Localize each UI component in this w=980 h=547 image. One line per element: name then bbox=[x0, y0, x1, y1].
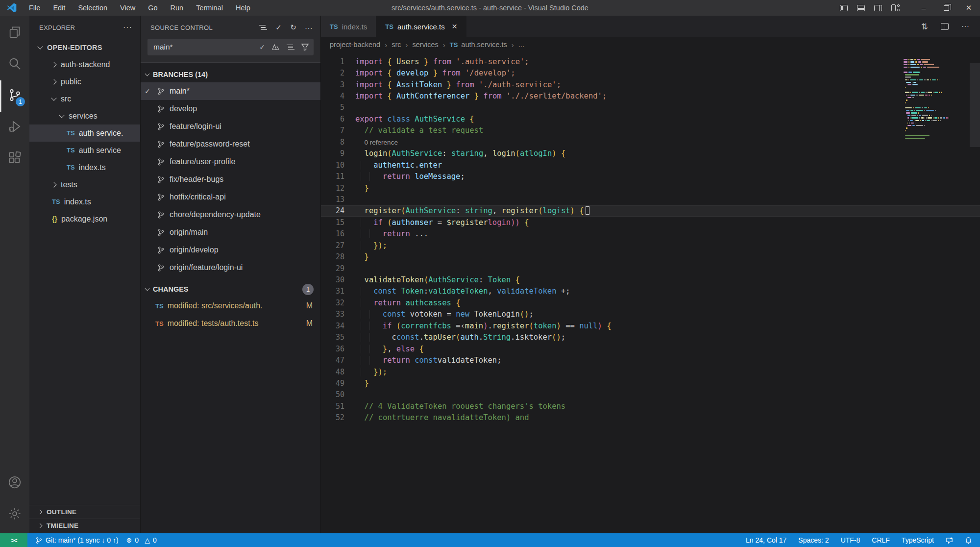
branch-item-feature-login-ui[interactable]: feature/login-ui bbox=[141, 118, 320, 135]
breadcrumb-item-services[interactable]: services bbox=[413, 41, 439, 49]
check-icon[interactable]: ✓ bbox=[259, 43, 265, 51]
code-line-6[interactable]: 6export class AuthService { bbox=[321, 113, 980, 124]
branch-item-chore-dependency-update[interactable]: chore/dependency-update bbox=[141, 206, 320, 224]
code-line-7[interactable]: 7// validate a test request bbox=[321, 125, 980, 136]
toggle-secondary-sidebar-icon[interactable] bbox=[874, 5, 882, 11]
menu-edit[interactable]: Edit bbox=[47, 0, 72, 16]
explorer-more-actions-icon[interactable]: ··· bbox=[123, 23, 132, 32]
code-editor[interactable]: 1import { Users } from '.auth-service';2… bbox=[321, 52, 980, 533]
restore-button[interactable] bbox=[935, 0, 957, 16]
minimize-button[interactable]: – bbox=[912, 0, 935, 16]
code-line-27[interactable]: 27}); bbox=[321, 240, 980, 251]
menu-file[interactable]: File bbox=[23, 0, 47, 16]
branch-item-origin-develop[interactable]: origin/develop bbox=[141, 241, 320, 259]
branch-item-hotfix-critical-api[interactable]: hotfix/critical-api bbox=[141, 188, 320, 206]
activity-source-control[interactable]: 1 bbox=[0, 80, 29, 112]
problems-status[interactable]: ⊗0 △0 bbox=[126, 536, 157, 544]
editor-more-actions-icon[interactable]: ··· bbox=[961, 22, 969, 31]
code-line-35[interactable]: 35cconst.tapUser(auth.String.isktoker(); bbox=[321, 332, 980, 343]
tree-item-auth-service[interactable]: TSauth service bbox=[29, 142, 140, 159]
activity-settings[interactable] bbox=[0, 499, 29, 530]
activity-search[interactable] bbox=[0, 49, 29, 80]
section-outline[interactable]: OUTLINE bbox=[29, 505, 140, 519]
filter-icon[interactable] bbox=[301, 44, 309, 50]
code-line-48[interactable]: 48}); bbox=[321, 366, 980, 377]
code-line-13[interactable]: 13 bbox=[321, 194, 980, 205]
notifications-bell-icon[interactable] bbox=[965, 537, 972, 544]
menu-help[interactable]: Help bbox=[229, 0, 257, 16]
code-line-3[interactable]: 3import { AssitToken } from './auth-serv… bbox=[321, 79, 980, 90]
change-item[interactable]: TSmodified: src/services/auth.M bbox=[141, 297, 320, 315]
change-item[interactable]: TSmodified: tests/auth.test.tsM bbox=[141, 315, 320, 332]
breadcrumb-item-src[interactable]: src bbox=[392, 41, 401, 49]
tree-item-tests[interactable]: tests bbox=[29, 176, 140, 193]
activity-account[interactable] bbox=[0, 468, 29, 499]
split-editor-icon[interactable] bbox=[941, 23, 949, 30]
branch-item-develop[interactable]: develop bbox=[141, 100, 320, 118]
code-line-49[interactable]: 49} bbox=[321, 377, 980, 389]
activity-extensions[interactable] bbox=[0, 143, 29, 174]
code-line-2[interactable]: 2import { develop } from '/develop'; bbox=[321, 67, 980, 78]
code-line-47[interactable]: 47return constvalidateToken; bbox=[321, 354, 980, 366]
menu-terminal[interactable]: Terminal bbox=[190, 0, 229, 16]
menu-selection[interactable]: Selection bbox=[72, 0, 114, 16]
scm-message-input[interactable]: main* ✓ bbox=[147, 39, 314, 55]
code-line-30[interactable]: 30validateToken(AuthService: Token { bbox=[321, 274, 980, 285]
close-button[interactable]: ✕ bbox=[957, 0, 980, 16]
code-line-11[interactable]: 11return loeMessage; bbox=[321, 171, 980, 182]
chevron-down-icon[interactable] bbox=[145, 71, 150, 76]
activity-run-debug[interactable] bbox=[0, 112, 29, 143]
scm-more-actions-icon[interactable]: ··· bbox=[305, 24, 313, 32]
breadcrumb[interactable]: project-backend›src›services›TSauth.serv… bbox=[321, 37, 980, 52]
status-crlf[interactable]: CRLF bbox=[872, 536, 890, 544]
git-branch-status[interactable]: Git: main* (1 sync ↓ 0 ↑) bbox=[35, 536, 119, 544]
close-tab-icon[interactable]: ✕ bbox=[452, 23, 458, 30]
branch-item-feature-user-profile[interactable]: feature/user-profile bbox=[141, 153, 320, 171]
chevron-down-icon[interactable] bbox=[145, 286, 150, 291]
tree-item-auth-service-[interactable]: TSauth service. bbox=[29, 124, 140, 142]
section-tmieline[interactable]: TMIELINE bbox=[29, 519, 140, 532]
minimap[interactable] bbox=[904, 59, 955, 140]
status-typescript[interactable]: TypeScript bbox=[902, 536, 934, 544]
tree-item-src[interactable]: src bbox=[29, 90, 140, 107]
branch-item-main-[interactable]: ✓main* bbox=[141, 82, 320, 100]
menu-view[interactable]: View bbox=[114, 0, 142, 16]
tab-index-ts[interactable]: TSindex.ts bbox=[321, 16, 376, 37]
tree-item-index-ts[interactable]: TSindex.ts bbox=[29, 193, 140, 210]
code-line-51[interactable]: 51// 4 ValidateToken roouest changers's … bbox=[321, 400, 980, 412]
code-line-8[interactable]: 80 reference bbox=[321, 136, 980, 148]
tree-item-services[interactable]: services bbox=[29, 107, 140, 124]
menu-run[interactable]: Run bbox=[164, 0, 190, 16]
tree-item-auth-stackend[interactable]: auth-stackend bbox=[29, 56, 140, 73]
code-line-33[interactable]: 33const votoken = new TokenLogin(); bbox=[321, 309, 980, 320]
tab-auth-service-ts[interactable]: TSauth.service.ts✕ bbox=[376, 16, 466, 37]
code-line-52[interactable]: 52// contrtuerre navalidatteToken) and bbox=[321, 412, 980, 423]
branch-item-feature-password-reset[interactable]: feature/password-reset bbox=[141, 135, 320, 153]
commit-icon[interactable]: ✓ bbox=[275, 23, 282, 32]
code-line-10[interactable]: 10authentic.enter bbox=[321, 159, 980, 171]
tree-item-index-ts[interactable]: TSindex.ts bbox=[29, 159, 140, 176]
toggle-panel-icon[interactable] bbox=[857, 5, 865, 11]
customize-layout-icon[interactable] bbox=[891, 4, 900, 11]
breadcrumb-item-project-backend[interactable]: project-backend bbox=[330, 41, 380, 49]
breadcrumb-item--[interactable]: ... bbox=[518, 41, 524, 49]
code-line-15[interactable]: 15if (authomser = $registerlogin)) { bbox=[321, 217, 980, 228]
code-line-50[interactable]: 50 bbox=[321, 389, 980, 400]
status-spaces-2[interactable]: Spaces: 2 bbox=[798, 536, 829, 544]
status-ln-24-col-17[interactable]: Ln 24, Col 17 bbox=[746, 536, 786, 544]
branch-item-origin-feature-login-ui[interactable]: origin/feature/login-ui bbox=[141, 259, 320, 276]
code-line-29[interactable]: 29 bbox=[321, 263, 980, 274]
activity-explorer[interactable] bbox=[0, 18, 29, 49]
branch-item-fix-header-bugs[interactable]: fix/header-bugs bbox=[141, 171, 320, 188]
code-line-24[interactable]: 24register(AuthService: string, register… bbox=[321, 205, 980, 217]
status-utf-8[interactable]: UTF-8 bbox=[841, 536, 860, 544]
view-as-tree-icon[interactable] bbox=[259, 25, 267, 30]
code-line-16[interactable]: 16return ... bbox=[321, 228, 980, 240]
code-line-1[interactable]: 1import { Users } from '.auth-service'; bbox=[321, 56, 980, 67]
toggle-sidebar-icon[interactable] bbox=[840, 5, 848, 11]
code-line-36[interactable]: 36}, else { bbox=[321, 343, 980, 354]
sort-icon[interactable] bbox=[287, 45, 294, 50]
open-changes-icon[interactable]: ⇅ bbox=[921, 22, 928, 32]
code-line-5[interactable]: 5 bbox=[321, 102, 980, 113]
code-line-28[interactable]: 28} bbox=[321, 251, 980, 262]
